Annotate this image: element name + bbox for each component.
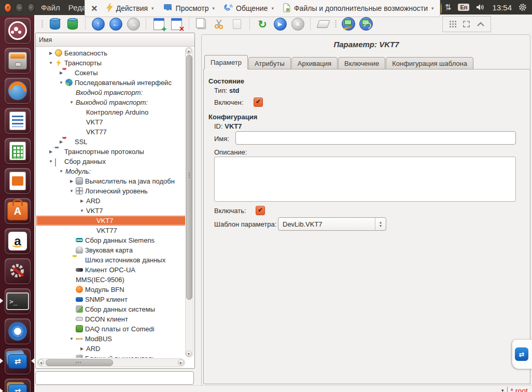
launcher-libreoffice-writer-icon[interactable] xyxy=(5,108,31,134)
tree-row-вычислитель-на-java-подобн[interactable]: ▶Вычислитель на java подобн xyxy=(36,176,186,186)
tree-collapsed-icon[interactable]: ▶ xyxy=(79,196,85,206)
grid-icon[interactable] xyxy=(449,20,457,28)
tree-vertical-scrollbar[interactable]: ▲ ▼ xyxy=(185,47,193,357)
tree-row-ard[interactable]: ▶ARD xyxy=(36,196,186,206)
launcher-system-settings-icon[interactable] xyxy=(5,258,31,284)
tree-collapsed-icon[interactable]: ▶ xyxy=(79,344,85,354)
tab-конфигурация-шаблона[interactable]: Конфигурация шаблона xyxy=(386,57,473,69)
go-forward-button[interactable]: → xyxy=(125,16,141,32)
tree-row-транспортные-протоколы[interactable]: ▶Транспортные протоколы xyxy=(36,147,186,157)
spinner-arrows-icon[interactable]: ▲▼ xyxy=(375,218,386,230)
tab-включение[interactable]: Включение xyxy=(338,57,385,69)
user-dropdown-icon[interactable]: ▾ xyxy=(501,387,504,392)
session-gear-icon[interactable] xyxy=(519,3,527,11)
toolbar-handle[interactable] xyxy=(334,20,337,28)
refresh-button[interactable]: ↻ xyxy=(255,16,270,32)
start-updating-button[interactable]: ▶ xyxy=(272,16,288,32)
tree-horizontal-scrollbar[interactable]: ◄ ► xyxy=(37,358,185,367)
cut-item-button[interactable] xyxy=(212,16,227,32)
overlay-menu-monitor[interactable]: Просмотр▾ xyxy=(163,4,215,13)
tree-row-mms-iec-9506-[interactable]: MMS(IEC-9506) xyxy=(36,275,186,285)
to-enable-checkbox[interactable]: ✔ xyxy=(256,206,265,215)
tree-row-блочный-вычислитель[interactable]: Блочный вычислитель xyxy=(36,354,186,358)
go-up-button[interactable]: ↑ xyxy=(90,16,106,32)
paste-item-button[interactable] xyxy=(229,16,245,32)
launcher-terminal-icon[interactable]: >_ xyxy=(5,288,31,314)
launcher-teamviewer-icon[interactable]: ⇄ xyxy=(5,348,31,374)
load-from-db-button[interactable]: ↑ xyxy=(47,16,63,32)
clear-button[interactable] xyxy=(315,16,331,32)
tree-row-клиент-opc-ua[interactable]: Клиент OPC-UA xyxy=(36,265,186,275)
scroll-left-icon[interactable]: ◄ xyxy=(38,359,44,366)
launcher-stacked-app-partial-icon[interactable]: ⇄ xyxy=(5,379,31,392)
tree-row-сбор-данных-siemens[interactable]: Сбор данных Siemens xyxy=(36,235,186,245)
tree-row-vkt77[interactable]: VKT77 xyxy=(36,226,186,235)
tree-row-входной-транспорт-[interactable]: Входной транспорт: xyxy=(36,88,186,97)
sound-indicator-icon[interactable] xyxy=(476,4,485,11)
tree-row-vkt7[interactable]: VKT7 xyxy=(36,216,186,226)
tree-row-snmp-клиент[interactable]: SNMP клиент xyxy=(36,295,186,304)
tree-row-безопасность[interactable]: ▶Безопасность xyxy=(36,48,186,58)
save-to-db-button[interactable]: ↓ xyxy=(65,16,80,32)
template-combobox[interactable]: DevLib.VKT7 ▲▼ xyxy=(278,217,386,231)
tree-row-сбор-данных-системы[interactable]: Сбор данных системы xyxy=(36,304,186,314)
current-user[interactable]: * root xyxy=(511,387,528,392)
launcher-ubuntu-dash-icon[interactable] xyxy=(5,18,31,44)
name-input[interactable] xyxy=(235,131,516,145)
tree-expanded-icon[interactable]: ▼ xyxy=(68,334,75,344)
keyboard-indicator[interactable]: En xyxy=(458,4,469,11)
tree-row-ssl[interactable]: ▶SSL xyxy=(36,137,186,147)
launcher-files-icon[interactable] xyxy=(5,48,31,74)
chevron-up-icon[interactable] xyxy=(477,22,485,27)
tree-row-шлюз-источников-данных[interactable]: Шлюз источников данных xyxy=(36,255,186,265)
tree-collapsed-icon[interactable]: ▶ xyxy=(48,147,54,157)
tree-header[interactable]: Имя xyxy=(36,33,194,47)
tree-expanded-icon[interactable]: ▼ xyxy=(79,206,85,216)
enabled-checkbox[interactable]: ✔ xyxy=(254,97,263,107)
scroll-right-icon[interactable]: ► xyxy=(178,359,184,366)
expand-icon[interactable] xyxy=(463,20,470,28)
tree-hscroll-thumb[interactable] xyxy=(46,359,113,366)
tree-vscroll-thumb[interactable] xyxy=(186,55,192,300)
description-textarea[interactable] xyxy=(214,157,516,202)
overlay-menu-file-plugin[interactable]: Файлы и дополнительные возможности▾ xyxy=(283,3,434,14)
toolbar-handle[interactable] xyxy=(41,20,44,28)
launcher-software-center-icon[interactable]: A xyxy=(5,198,31,224)
tree-row-выходной-транспорт-[interactable]: ▼Выходной транспорт: xyxy=(36,97,186,107)
tree-expanded-icon[interactable]: ▼ xyxy=(48,157,54,166)
window-maximize-button[interactable]: ▫ xyxy=(27,3,35,12)
launcher-libreoffice-calc-icon[interactable] xyxy=(5,138,31,164)
smiley-icon[interactable] xyxy=(441,3,442,14)
tree-row-модуль-[interactable]: ▼Модуль: xyxy=(36,166,186,176)
clock[interactable]: 13:54 xyxy=(492,3,512,12)
tree-expanded-icon[interactable]: ▼ xyxy=(68,97,75,107)
tree-row-dcon-клиент[interactable]: DCON клиент xyxy=(36,314,186,324)
overlay-close-icon[interactable]: × xyxy=(91,3,97,15)
tree-row-логический-уровень[interactable]: ▼Логический уровень xyxy=(36,186,186,196)
tab-архивация[interactable]: Архивация xyxy=(291,57,338,69)
tree-expanded-icon[interactable]: ▼ xyxy=(58,166,64,176)
tree-row-транспорты[interactable]: ▼Транспорты xyxy=(36,58,186,68)
delete-item-button[interactable]: × xyxy=(169,16,184,32)
tab-параметр[interactable]: Параметр xyxy=(204,55,248,69)
tree-collapsed-icon[interactable]: ▶ xyxy=(68,176,75,186)
tree-row-vkt77[interactable]: VKT77 xyxy=(36,127,186,137)
tree-row-звуковая-карта[interactable]: Звуковая карта xyxy=(36,245,186,255)
tree-collapsed-icon[interactable]: ▶ xyxy=(48,48,54,58)
tree-row-daq-платы-от-comedi[interactable]: DAQ платы от Comedi xyxy=(36,324,186,334)
tree-row-vkt7[interactable]: VKT7 xyxy=(36,117,186,127)
tree-expanded-icon[interactable]: ▼ xyxy=(58,78,64,88)
scroll-up-icon[interactable]: ▲ xyxy=(186,48,192,54)
scroll-down-icon[interactable]: ▼ xyxy=(186,351,192,357)
stop-updating-button[interactable]: × xyxy=(290,16,305,32)
tree-expanded-icon[interactable]: ▼ xyxy=(68,186,75,196)
tree-row-ard[interactable]: ▶ARD xyxy=(36,344,186,354)
tree-filter-input[interactable] xyxy=(35,371,194,385)
overlay-menu-lightning[interactable]: Действия▾ xyxy=(106,3,154,13)
tree-row-модуль-bfn[interactable]: Модуль BFN xyxy=(36,285,186,295)
launcher-libreoffice-impress-icon[interactable] xyxy=(5,168,31,194)
tab-атрибуты[interactable]: Атрибуты xyxy=(248,57,291,69)
tree-row-контроллер-arduino[interactable]: Контроллер Arduino xyxy=(36,107,186,117)
add-item-button[interactable]: + xyxy=(151,16,166,32)
launcher-chromium-icon[interactable] xyxy=(5,318,31,344)
